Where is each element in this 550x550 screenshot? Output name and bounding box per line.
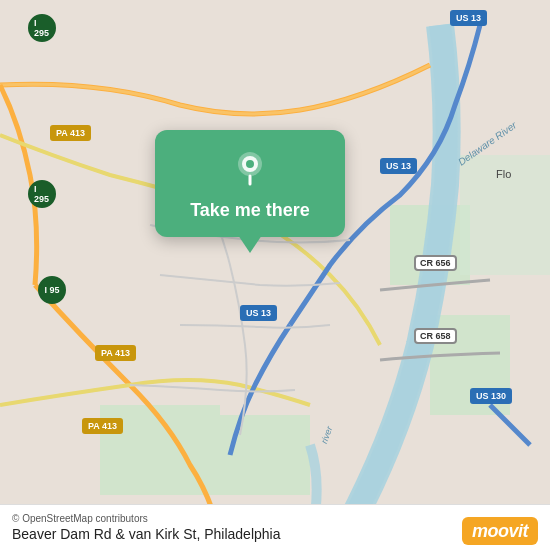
road-badge-pa413-lower: PA 413	[95, 345, 136, 361]
location-name: Beaver Dam Rd & van Kirk St, Philadelphi…	[12, 526, 538, 542]
road-badge-us13-center: US 13	[380, 158, 417, 174]
location-pin-icon	[230, 148, 270, 188]
popup-card: Take me there	[155, 130, 345, 237]
road-badge-i295-left: I 295	[28, 180, 56, 208]
road-badge-us13-lower: US 13	[240, 305, 277, 321]
map-attribution: © OpenStreetMap contributors	[12, 513, 538, 524]
road-badge-us130: US 130	[470, 388, 512, 404]
svg-rect-3	[220, 415, 310, 495]
road-badge-pa413-mid: PA 413	[50, 125, 91, 141]
road-badge-pa413-bottom: PA 413	[82, 418, 123, 434]
take-me-there-button[interactable]: Take me there	[190, 200, 310, 221]
moovit-badge: moovit	[462, 517, 538, 545]
road-badge-us13-top: US 13	[450, 10, 487, 26]
road-badge-i95: I 95	[38, 276, 66, 304]
road-badge-cr656: CR 656	[414, 255, 457, 271]
road-badge-cr658: CR 658	[414, 328, 457, 344]
svg-point-7	[246, 160, 254, 168]
road-layer	[0, 0, 550, 550]
place-label-flo: Flo	[496, 168, 511, 180]
road-badge-i295-top: I 295	[28, 14, 56, 42]
map-container: I 295 US 13 PA 413 I 295 US 13 I 95 US 1…	[0, 0, 550, 550]
moovit-logo: moovit	[462, 521, 538, 542]
